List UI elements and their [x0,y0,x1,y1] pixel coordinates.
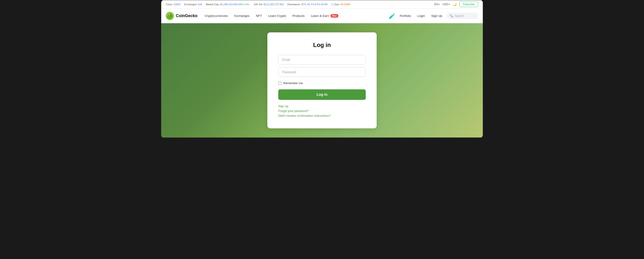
coins-info: Coins: 13502 [166,3,180,6]
remember-me-checkbox[interactable] [278,82,282,85]
remember-row: Remember me [278,81,366,85]
currency-selector[interactable]: USD [442,3,450,6]
nav-portfolio-link[interactable]: Portfolio [398,13,413,19]
new-badge: New [330,14,338,18]
email-input[interactable] [278,55,366,65]
nav-products[interactable]: Products [290,12,307,19]
nav-exchanges[interactable]: Exchanges [232,12,252,19]
language-selector[interactable]: EN [434,3,440,6]
svg-point-4 [169,15,169,15]
resend-confirmation-link[interactable]: Didn't receive confirmation instructions… [278,114,366,117]
vol-label: 24h Vol: [254,3,263,6]
login-title: Log in [278,42,366,49]
market-cap-change: 2.4%↑ [243,3,250,6]
vol-info: 24h Vol: $111,302,727,952 [254,3,284,6]
forgot-password-link[interactable]: Forgot your password? [278,109,366,113]
search-box[interactable]: 🔍 Search [446,13,478,19]
gas-info: ⬡ Gas: 49 GWEI [331,3,350,6]
eth-dominance: ETH 16.8% [315,3,328,6]
svg-point-3 [168,14,170,16]
nav-login-link[interactable]: Login [415,13,427,19]
login-card: Log in Remember me Log in Sign up Forgot… [267,32,377,128]
gecko-logo-icon [166,12,174,20]
market-cap-label: Market Cap: [206,3,220,6]
login-button[interactable]: Log in [278,89,366,100]
nav-signup-link[interactable]: Sign Up [429,13,444,19]
svg-point-5 [170,15,172,17]
market-cap-value: $1,296,419,463,046 [220,3,242,6]
search-icon: 🔍 [450,14,453,18]
dark-mode-toggle[interactable]: 🌙 [453,3,456,6]
dominance-label: Dominance: [288,3,301,6]
main-content: Log in Remember me Log in Sign up Forgot… [161,23,483,137]
ticker-left: Coins: 13502 Exchanges: 636 Market Cap: … [166,3,350,6]
exchanges-info: Exchanges: 636 [184,3,202,6]
ticker-right: EN USD 🌙 Subscribe [434,2,478,7]
nav-cryptocurrencies[interactable]: Cryptocurrencies [202,12,231,19]
nav-learn-earn-label: Learn & Earn [311,14,329,18]
gas-label: ⬡ Gas: [331,3,340,6]
logo-text: CoinGecko [176,14,198,18]
coins-label: Coins: [166,3,173,6]
search-placeholder: Search [454,14,464,18]
market-cap-info: Market Cap: $1,296,419,463,046 2.4%↑ [206,3,250,6]
logo[interactable]: CoinGecko [166,12,198,20]
nav-learn-earn[interactable]: Learn & Earn New [308,12,341,19]
nav-learn-crypto[interactable]: Learn Crypto [266,12,289,19]
dominance-info: Dominance: BTC 44.7% ETH 16.8% [288,3,328,6]
exchanges-label: Exchanges: [184,3,197,6]
nav-nft[interactable]: NFT [253,12,264,19]
coins-value: 13502 [174,3,180,6]
login-links: Sign up Forgot your password? Didn't rec… [278,104,366,117]
vol-value: $111,302,727,952 [264,3,284,6]
navbar: CoinGecko Cryptocurrencies Exchanges NFT… [161,9,483,23]
portfolio-icon[interactable]: 🧪 [389,13,396,19]
exchanges-value: 636 [198,3,202,6]
remember-me-label: Remember me [283,81,303,85]
nav-right: 🧪 Portfolio Login Sign Up 🔍 Search [389,13,478,19]
sign-up-link[interactable]: Sign up [278,104,366,108]
nav-items: Cryptocurrencies Exchanges NFT Learn Cry… [202,12,388,19]
btc-dominance: BTC 44.7% [302,3,314,6]
password-input[interactable] [278,67,366,77]
ticker-bar: Coins: 13502 Exchanges: 636 Market Cap: … [161,0,483,9]
gas-value: 49 GWEI [340,3,350,6]
subscribe-button[interactable]: Subscribe [459,2,478,7]
